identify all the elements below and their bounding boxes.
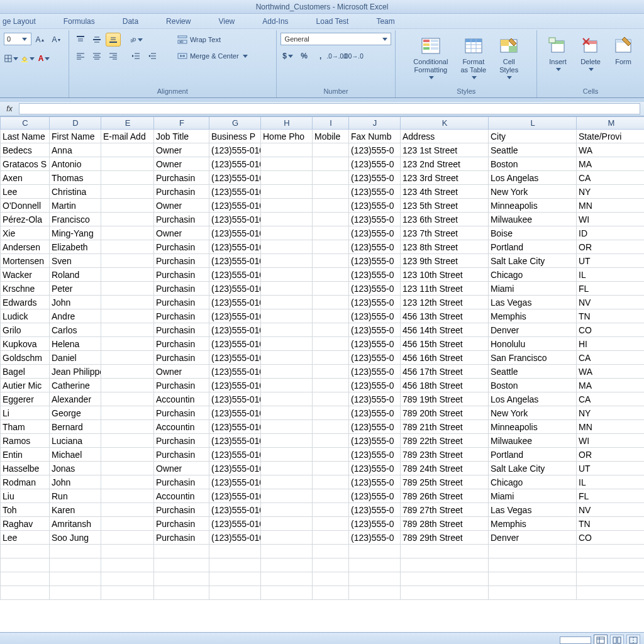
delete-cells-button[interactable]: Delete — [576, 33, 605, 74]
cell[interactable]: Daniel — [50, 351, 101, 365]
cell[interactable] — [313, 503, 349, 517]
formula-input[interactable] — [19, 103, 640, 114]
cell[interactable]: Gratacos S — [1, 157, 50, 171]
cell[interactable]: Boise — [489, 226, 577, 240]
cell[interactable]: UT — [577, 462, 645, 475]
table-row[interactable]: XieMing-YangOwner(123)555-0100(123)555-0… — [1, 226, 645, 240]
cell[interactable] — [101, 420, 154, 434]
cell[interactable]: Fax Numb — [349, 130, 401, 143]
cell[interactable]: MA — [577, 157, 645, 171]
cell[interactable]: Krschne — [1, 282, 50, 296]
cell[interactable] — [101, 558, 154, 572]
cell[interactable] — [101, 351, 154, 365]
table-row[interactable]: Pérez-OlaFranciscoPurchasin(123)555-0100… — [1, 213, 645, 226]
cell[interactable] — [261, 434, 313, 448]
cell[interactable]: WI — [577, 213, 645, 226]
cell[interactable] — [261, 185, 313, 199]
table-row[interactable]: RodmanJohnPurchasin(123)555-0100(123)555… — [1, 475, 645, 489]
cell[interactable]: (123)555-0 — [349, 226, 401, 240]
cell[interactable]: 789 20th Street — [401, 406, 489, 420]
cell[interactable]: CA — [577, 351, 645, 365]
cell[interactable] — [313, 572, 349, 586]
cell[interactable]: (123)555-0100 — [209, 143, 261, 157]
tab-page-layout[interactable]: ge Layout — [0, 17, 38, 26]
cell[interactable]: Pérez-Ola — [1, 213, 50, 226]
cell[interactable] — [261, 462, 313, 475]
cell[interactable]: Helena — [50, 337, 101, 351]
cell[interactable]: Purchasin — [154, 254, 209, 268]
table-row[interactable]: O'DonnellMartinOwner(123)555-0100(123)55… — [1, 199, 645, 213]
cell[interactable]: CA — [577, 392, 645, 406]
cell[interactable]: Mobile — [313, 130, 349, 143]
cell[interactable] — [313, 351, 349, 365]
cell[interactable] — [209, 545, 261, 558]
cell[interactable] — [50, 545, 101, 558]
cell[interactable] — [209, 586, 261, 600]
cell[interactable]: Anna — [50, 143, 101, 157]
cell[interactable] — [1, 572, 50, 586]
cell[interactable] — [261, 323, 313, 337]
cell[interactable]: Raghav — [1, 517, 50, 531]
cell[interactable]: 123 2nd Street — [401, 157, 489, 171]
cell[interactable] — [101, 254, 154, 268]
cell[interactable]: Memphis — [489, 517, 577, 531]
cell[interactable]: OR — [577, 240, 645, 254]
cell[interactable]: Purchasin — [154, 351, 209, 365]
cell[interactable]: Grilo — [1, 323, 50, 337]
cell[interactable] — [313, 365, 349, 379]
cell[interactable]: (123)555-0100 — [209, 489, 261, 503]
grow-font-icon[interactable]: A▲ — [33, 33, 48, 47]
cell[interactable]: Purchasin — [154, 406, 209, 420]
cell-styles-button[interactable]: Cell Styles — [494, 33, 523, 82]
cell[interactable] — [261, 226, 313, 240]
cell[interactable] — [313, 296, 349, 309]
cell[interactable] — [101, 282, 154, 296]
cell[interactable]: (123)555-0100 — [209, 392, 261, 406]
cell[interactable]: UT — [577, 254, 645, 268]
cell[interactable] — [313, 531, 349, 545]
cell[interactable]: WA — [577, 143, 645, 157]
cell[interactable]: Catherine — [50, 379, 101, 392]
cell[interactable]: 123 3rd Street — [401, 171, 489, 185]
cell[interactable] — [154, 558, 209, 572]
cell[interactable] — [313, 434, 349, 448]
cell[interactable] — [313, 392, 349, 406]
cell[interactable]: Lee — [1, 531, 50, 545]
cell[interactable]: Seattle — [489, 143, 577, 157]
cell[interactable] — [261, 365, 313, 379]
cell[interactable]: 123 1st Street — [401, 143, 489, 157]
cell[interactable] — [313, 199, 349, 213]
page-layout-view-icon[interactable] — [610, 635, 624, 644]
cell[interactable]: (123)555-0 — [349, 282, 401, 296]
cell[interactable] — [261, 475, 313, 489]
cell[interactable]: Purchasin — [154, 448, 209, 462]
cell[interactable]: Chicago — [489, 475, 577, 489]
cell[interactable]: Ming-Yang — [50, 226, 101, 240]
percent-icon[interactable]: % — [297, 49, 312, 63]
cell[interactable] — [101, 365, 154, 379]
cell[interactable] — [261, 296, 313, 309]
cell[interactable] — [101, 475, 154, 489]
cell[interactable]: Autier Mic — [1, 379, 50, 392]
cell[interactable]: Business P — [209, 130, 261, 143]
align-bottom-icon[interactable] — [106, 33, 121, 47]
cell[interactable]: (123)555-0 — [349, 517, 401, 531]
cell[interactable]: 789 25th Street — [401, 475, 489, 489]
cell[interactable]: (123)555-0100 — [209, 213, 261, 226]
cell[interactable]: Owner — [154, 226, 209, 240]
align-center-icon[interactable] — [89, 49, 104, 63]
cell[interactable] — [313, 558, 349, 572]
cell[interactable]: Portland — [489, 448, 577, 462]
cell[interactable]: Los Angelas — [489, 392, 577, 406]
cell[interactable]: (123)555-0 — [349, 240, 401, 254]
cell[interactable] — [101, 392, 154, 406]
cell[interactable]: NY — [577, 185, 645, 199]
cell[interactable] — [50, 558, 101, 572]
cell[interactable]: MN — [577, 199, 645, 213]
cell[interactable] — [313, 254, 349, 268]
cell[interactable]: IL — [577, 268, 645, 282]
cell[interactable] — [313, 309, 349, 323]
spreadsheet-grid[interactable]: CDEFGHIJKLM Last NameFirst NameE-mail Ad… — [0, 116, 644, 600]
cell[interactable]: Miami — [489, 282, 577, 296]
table-row[interactable]: LeeSoo JungPurchasin(123)555-0100(123)55… — [1, 531, 645, 545]
